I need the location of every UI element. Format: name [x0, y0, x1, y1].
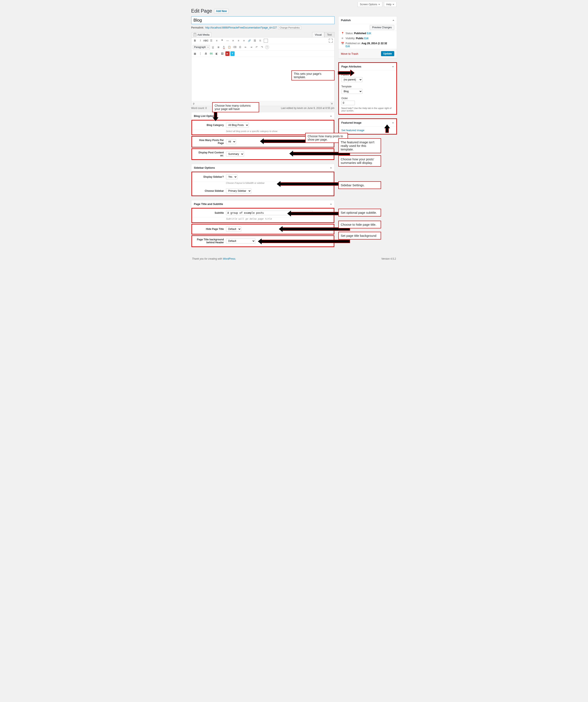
icon-picker-icon[interactable]: ◧ — [214, 51, 219, 56]
footer-thanks: Thank you for creating with WordPress. — [192, 257, 236, 260]
quote2-icon[interactable]: 66 — [209, 51, 214, 56]
annotation-sidebar: Sidebar Settings. — [338, 181, 381, 189]
resize-handle-icon[interactable]: ⇲ — [330, 102, 333, 105]
undo-icon[interactable]: ↶ — [254, 45, 259, 49]
select-parent[interactable]: (no parent) — [341, 77, 362, 82]
screen-meta-links: Screen Options Help — [191, 2, 397, 7]
image-icon[interactable]: 🖼 — [220, 51, 225, 56]
editor-path: p — [193, 102, 194, 105]
label-subtitle: Subtitle — [194, 212, 224, 214]
label-display-sidebar: Display Sidebar? — [194, 176, 224, 178]
permalink-url[interactable]: http://localhost:8888/PinnacleFreeDocume… — [205, 26, 277, 29]
input-order[interactable] — [341, 101, 355, 105]
annotation-columns: Choose how many columns your page will h… — [212, 102, 259, 112]
chevron-up-icon[interactable] — [330, 115, 332, 117]
chevron-up-icon[interactable] — [330, 204, 332, 205]
add-media-label: Add Media — [197, 33, 209, 36]
select-title-bg[interactable]: Default — [226, 238, 255, 243]
wordpress-link[interactable]: WordPress — [223, 257, 235, 260]
select-display-sidebar[interactable]: Yes — [226, 174, 237, 180]
hr-icon[interactable]: — — [226, 38, 230, 43]
number-list-icon[interactable]: ≡ — [214, 38, 219, 43]
chevron-up-icon[interactable] — [330, 167, 332, 168]
unlink-icon[interactable]: ⛓ — [253, 38, 257, 43]
permalink-row: Permalink: http://localhost:8888/Pinnacl… — [191, 24, 334, 32]
status-value: Published — [354, 32, 366, 35]
metabox-title[interactable]: Page Title and Subtitle — [191, 200, 334, 208]
metabox-title[interactable]: Publish — [338, 17, 397, 24]
move-to-trash-link[interactable]: Move to Trash — [341, 52, 358, 55]
chevron-up-icon[interactable] — [392, 122, 394, 123]
chevron-up-icon[interactable] — [393, 20, 394, 21]
format-select[interactable]: Paragraph — [193, 45, 210, 49]
paste-text-icon[interactable]: 📋 — [227, 45, 232, 49]
annotation-template: This sets your page's template. — [291, 71, 334, 81]
metabox-title-label: Page Title and Subtitle — [194, 203, 223, 206]
fullscreen-icon[interactable] — [329, 39, 333, 42]
bold-icon[interactable]: B — [193, 38, 197, 43]
redo-icon[interactable]: ↷ — [260, 45, 264, 49]
align-center-icon[interactable]: ≡ — [236, 38, 241, 43]
blockquote-icon[interactable]: ❝ — [220, 38, 225, 43]
screen-options-button[interactable]: Screen Options — [357, 2, 382, 7]
post-title-input[interactable] — [191, 16, 334, 24]
underline-icon[interactable]: U — [211, 45, 215, 49]
divider-icon[interactable]: ┊ — [198, 51, 203, 56]
select-template[interactable]: Blog — [341, 89, 362, 94]
help-button[interactable]: Help — [384, 2, 397, 7]
edit-visibility-link[interactable]: Edit — [364, 37, 369, 40]
label-display-content: Display Post Content as: — [194, 151, 224, 157]
change-permalinks-button[interactable]: Change Permalinks — [278, 26, 301, 29]
vimeo-icon[interactable]: V — [231, 51, 235, 56]
help-icon[interactable]: ? — [265, 45, 269, 49]
annotated-region: Display Sidebar? Yes Choose if layout is… — [191, 171, 334, 196]
italic-icon[interactable]: I — [198, 38, 203, 43]
select-display-content[interactable]: Summary — [226, 151, 244, 156]
publish-major: Preview Changes — [338, 24, 397, 31]
clear-format-icon[interactable]: ⌫ — [233, 45, 237, 49]
editor-tabs: Visual Text — [312, 32, 334, 37]
outdent-icon[interactable]: ⇤ — [244, 45, 248, 49]
bullet-list-icon[interactable]: ☰ — [209, 38, 214, 43]
add-media-button[interactable]: Add Media — [191, 32, 211, 37]
strikethrough-icon[interactable]: ABC — [203, 38, 208, 43]
select-blog-category[interactable]: All Blog Posts — [226, 123, 249, 128]
select-posts-per-page[interactable]: All — [226, 139, 236, 144]
tab-text[interactable]: Text — [324, 32, 334, 37]
screen-options-label: Screen Options — [360, 3, 377, 6]
annotated-region: Display Post Content as: Summary — [191, 148, 334, 160]
help-label: Help — [386, 3, 392, 6]
set-featured-image-link[interactable]: Set featured image — [341, 129, 364, 132]
select-choose-sidebar[interactable]: Primary Sidebar — [226, 189, 251, 194]
tab-visual[interactable]: Visual — [312, 32, 324, 37]
readmore-icon[interactable]: ⎘ — [258, 38, 263, 43]
chevron-up-icon[interactable] — [392, 66, 394, 67]
camera-icon — [193, 33, 196, 36]
preview-changes-button[interactable]: Preview Changes — [370, 25, 394, 30]
side-column: Publish Preview Changes 📍 Status: Publis… — [338, 16, 397, 240]
youtube-icon[interactable]: ▶ — [226, 51, 230, 56]
columns-icon[interactable]: ▦ — [193, 51, 197, 56]
word-count: Word count: 0 — [191, 107, 207, 110]
special-char-icon[interactable]: Ω — [238, 45, 243, 49]
select-hide-title[interactable]: Default — [226, 227, 241, 232]
update-button[interactable]: Update — [381, 51, 394, 56]
label-order: Order — [341, 96, 394, 101]
print-icon[interactable]: 🖶 — [203, 51, 208, 56]
metabox-title[interactable]: Sidebar Options — [191, 164, 334, 171]
annotation-arrow-right-icon — [338, 71, 351, 75]
edit-status-link[interactable]: Edit — [367, 32, 371, 35]
toolbar-toggle-icon[interactable] — [264, 38, 268, 43]
link-icon[interactable]: 🔗 — [247, 38, 252, 43]
add-new-button[interactable]: Add New — [214, 9, 229, 13]
metabox-title-label: Publish — [341, 19, 351, 22]
edit-date-link[interactable]: Edit — [346, 45, 350, 48]
align-left-icon[interactable]: ≡ — [231, 38, 236, 43]
annotated-region: Hide Page Title Default — [191, 224, 334, 234]
metabox-title[interactable]: Page Attributes — [339, 63, 396, 71]
media-row: Add Media Visual Text — [191, 32, 334, 37]
align-right-icon[interactable]: ≡ — [242, 38, 246, 43]
textcolor-icon[interactable]: A — [222, 45, 226, 49]
justify-icon[interactable]: ≣ — [216, 45, 221, 49]
indent-icon[interactable]: ⇥ — [249, 45, 254, 49]
